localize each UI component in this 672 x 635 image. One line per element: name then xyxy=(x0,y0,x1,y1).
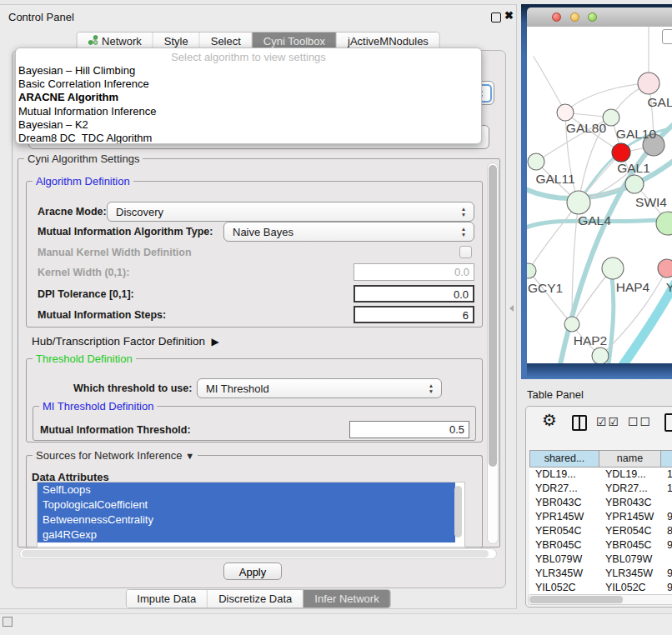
attribute-item-gal4rgexp[interactable]: gal4RGexp xyxy=(38,528,455,542)
birdseye-overlay[interactable] xyxy=(662,29,672,44)
network-node[interactable] xyxy=(638,72,659,94)
splitpane-collapse-handle[interactable] xyxy=(509,305,514,312)
node-label-swi4: SWI4 xyxy=(635,195,667,209)
table-cell: YBR045C xyxy=(599,538,661,552)
network-node[interactable] xyxy=(564,317,579,332)
table-row[interactable]: YDL19...YDL19...13 xyxy=(529,468,672,482)
gear-icon[interactable]: ⚙ xyxy=(542,410,557,430)
close-icon[interactable]: ✖ xyxy=(504,9,514,22)
scrollbar-thumb[interactable] xyxy=(529,596,623,603)
network-edge[interactable] xyxy=(565,83,649,112)
column-header-shared[interactable]: shared... xyxy=(529,450,599,468)
network-node[interactable] xyxy=(557,104,574,121)
table-cell: YPR145W xyxy=(599,510,661,524)
table-cell: 9. xyxy=(661,567,672,581)
table-cell: YLR345W xyxy=(529,567,599,581)
table-cell: YLR345W xyxy=(599,567,661,581)
table-cell: YDR27... xyxy=(529,482,599,496)
aracne-mode-label: Aracne Mode: xyxy=(38,206,107,218)
collapsed-panel-icon[interactable] xyxy=(3,617,13,627)
column-header-name[interactable]: name xyxy=(599,450,661,468)
data-attributes-list[interactable]: SelfLoopsTopologicalCoefficientBetweenne… xyxy=(37,482,465,548)
tab-impute-data[interactable]: Impute Data xyxy=(126,590,208,608)
table-cell: 9. xyxy=(661,538,672,552)
table-row[interactable]: YBL079WYBL079W xyxy=(529,552,672,567)
network-node[interactable] xyxy=(612,143,630,162)
select-all-columns-icon[interactable]: ☑☑ xyxy=(596,415,620,428)
table-row[interactable]: YBR045CYBR045C9. xyxy=(529,538,672,552)
table-cell: YBR043C xyxy=(529,496,599,510)
table-cell: YBR043C xyxy=(599,496,661,510)
node-label-gal10: GAL10 xyxy=(616,127,657,141)
column-header-a[interactable]: A xyxy=(661,450,672,468)
minimize-traffic-light[interactable] xyxy=(570,12,579,22)
network-edge[interactable] xyxy=(529,202,579,271)
settings-horizontal-scrollbar[interactable] xyxy=(19,548,497,559)
kernel-width-label: Kernel Width (0,1): xyxy=(38,267,129,278)
algorithm-option-mutual-information-inference[interactable]: Mutual Information Inference xyxy=(16,105,481,118)
network-node[interactable] xyxy=(656,212,672,235)
network-node[interactable] xyxy=(567,191,590,214)
network-edge[interactable] xyxy=(529,271,572,324)
tab-infer-network[interactable]: Infer Network xyxy=(303,590,389,608)
tab-label: jActiveMNodules xyxy=(348,35,429,48)
table-row[interactable]: YER054CYER054C8. xyxy=(529,524,672,538)
close-traffic-light[interactable] xyxy=(552,12,561,22)
node-label-hap2: HAP2 xyxy=(574,333,608,348)
document-icon[interactable] xyxy=(664,413,672,432)
attribute-item-topologicalcoefficient[interactable]: TopologicalCoefficient xyxy=(38,498,455,512)
network-node[interactable] xyxy=(528,153,544,170)
network-node[interactable] xyxy=(625,175,644,193)
split-columns-icon[interactable] xyxy=(572,415,587,431)
network-node[interactable] xyxy=(658,259,672,278)
kernel-width-field[interactable]: 0.0 xyxy=(354,263,474,281)
network-edge[interactable] xyxy=(534,57,565,112)
float-window-icon[interactable] xyxy=(491,12,501,22)
network-edge[interactable] xyxy=(608,270,614,363)
algorithm-option-aracne-algorithm[interactable]: ARACNE Algorithm xyxy=(16,91,481,104)
scrollbar-thumb[interactable] xyxy=(22,550,489,558)
table-row[interactable]: YLR345WYLR345W9. xyxy=(529,567,672,581)
deselect-all-columns-icon[interactable]: ☐☐ xyxy=(628,415,652,428)
network-window-titlebar[interactable] xyxy=(527,8,672,27)
dpi-tolerance-field[interactable]: 0.0 xyxy=(354,285,474,302)
table-cell: YER054C xyxy=(599,524,661,538)
algorithm-option-bayesian-k2[interactable]: Bayesian – K2 xyxy=(16,118,481,132)
scrollbar-thumb[interactable] xyxy=(489,165,497,467)
table-cell: YPR145W xyxy=(529,510,599,524)
attribute-item-betweennesscentrality[interactable]: BetweennessCentrality xyxy=(38,512,455,528)
table-horizontal-scrollbar[interactable] xyxy=(528,594,672,605)
mi-steps-field[interactable]: 6 xyxy=(354,306,474,323)
network-node[interactable] xyxy=(602,258,624,279)
tab-label: Discretize Data xyxy=(218,592,292,605)
sources-group-title[interactable]: Sources for Network Inference ▼ xyxy=(33,449,198,462)
table-cell xyxy=(661,552,672,567)
network-icon xyxy=(88,35,98,48)
network-canvas[interactable]: GALGAL80GAL10GAL1GAL11SWI4GAL4GCY1HAP4YH… xyxy=(527,27,672,363)
aracne-mode-combo[interactable]: Discovery ▲▼ xyxy=(107,202,474,222)
tab-label: Infer Network xyxy=(314,592,379,605)
settings-vertical-scrollbar[interactable] xyxy=(487,162,499,544)
network-node[interactable] xyxy=(592,348,609,363)
mi-threshold-field[interactable]: 0.5 xyxy=(349,421,469,438)
algorithm-option-basic-correlation-inference[interactable]: Basic Correlation Inference xyxy=(16,78,481,91)
manual-kernel-checkbox[interactable] xyxy=(459,246,472,258)
zoom-traffic-light[interactable] xyxy=(588,12,597,22)
apply-button[interactable]: Apply xyxy=(223,562,282,580)
list-scrollbar-thumb[interactable] xyxy=(454,486,462,538)
table-row[interactable]: YPR145WYPR145W9. xyxy=(529,510,672,524)
algorithm-option-dream8-dc-tdc-algorithm[interactable]: Dream8 DC_TDC Algorithm xyxy=(16,132,481,144)
table-row[interactable]: YIL052CYIL052C9. xyxy=(529,581,672,595)
table-cell xyxy=(661,496,672,510)
algorithm-option-bayesian-hill-climbing[interactable]: Bayesian – Hill Climbing xyxy=(16,64,481,78)
table-row[interactable]: YDR27...YDR27...12 xyxy=(529,482,672,496)
hub-definition-toggle[interactable]: Hub/Transcription Factor Definition ▶ xyxy=(32,335,219,348)
tab-discretize-data[interactable]: Discretize Data xyxy=(208,590,303,608)
mi-type-combo[interactable]: Naive Bayes ▲▼ xyxy=(223,222,474,242)
table-row[interactable]: YBR043CYBR043C xyxy=(529,496,672,510)
table-cell: YDR27... xyxy=(599,482,661,496)
network-node[interactable] xyxy=(527,263,536,278)
attribute-item-selfloops[interactable]: SelfLoops xyxy=(38,482,455,498)
which-threshold-combo[interactable]: MI Threshold ▲▼ xyxy=(197,378,442,398)
desktop: Control Panel ✖ NetworkStyleSelectCyni T… xyxy=(0,0,672,635)
